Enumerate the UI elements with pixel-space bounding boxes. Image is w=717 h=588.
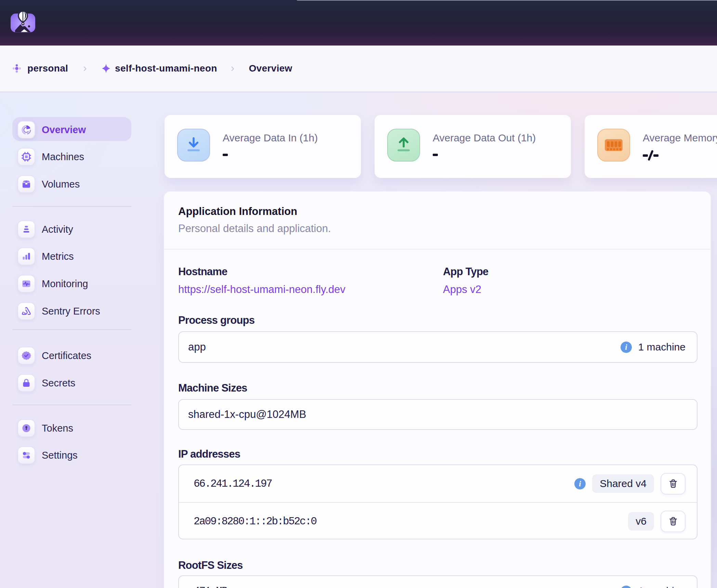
- svg-text:i: i: [625, 343, 627, 351]
- svg-text:i: i: [625, 587, 627, 588]
- svg-text:i: i: [579, 480, 582, 488]
